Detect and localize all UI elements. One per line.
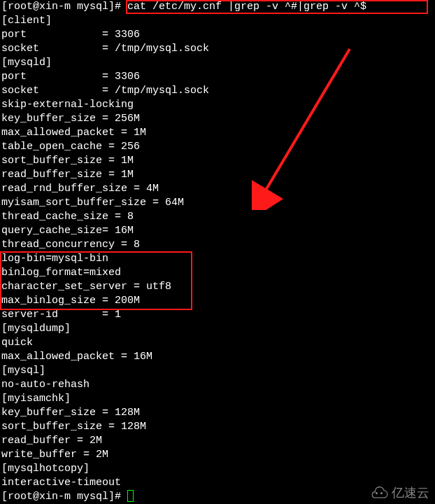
output-line: [mysqldump]: [1, 322, 434, 336]
watermark-text: 亿速云: [392, 486, 429, 500]
terminal-output: [root@xin-m mysql]# cat /etc/my.cnf |gre…: [1, 0, 434, 504]
output-line: sort_buffer_size = 128M: [1, 420, 434, 434]
svg-point-2: [376, 492, 378, 494]
output-line: myisam_sort_buffer_size = 64M: [1, 196, 434, 210]
output-line: thread_cache_size = 8: [1, 210, 434, 224]
output-line: key_buffer_size = 256M: [1, 112, 434, 126]
output-line: port = 3306: [1, 28, 434, 42]
prompt-line: [root@xin-m mysql]# cat /etc/my.cnf |gre…: [1, 0, 434, 14]
output-line: max_allowed_packet = 16M: [1, 350, 434, 364]
output-line: write_buffer = 2M: [1, 448, 434, 462]
output-line: [myisamchk]: [1, 392, 434, 406]
cursor[interactable]: [127, 490, 134, 502]
output-line: server-id = 1: [1, 308, 434, 322]
output-line: log-bin=mysql-bin: [1, 252, 434, 266]
output-line: [mysql]: [1, 364, 434, 378]
output-line: [client]: [1, 14, 434, 28]
cloud-icon: [369, 486, 389, 500]
output-line: quick: [1, 336, 434, 350]
output-line: read_buffer_size = 1M: [1, 168, 434, 182]
output-line: read_rnd_buffer_size = 4M: [1, 182, 434, 196]
svg-point-3: [380, 492, 383, 494]
output-line: [mysqlhotcopy]: [1, 462, 434, 476]
output-line: thread_concurrency = 8: [1, 238, 434, 252]
output-line: table_open_cache = 256: [1, 140, 434, 154]
watermark: 亿速云: [369, 486, 429, 500]
command: cat /etc/my.cnf |grep -v ^#|grep -v ^$: [127, 1, 366, 13]
prompt: [root@xin-m mysql]#: [1, 491, 127, 503]
prompt: [root@xin-m mysql]#: [1, 1, 127, 13]
output-line: key_buffer_size = 128M: [1, 406, 434, 420]
output-line: socket = /tmp/mysql.sock: [1, 84, 434, 98]
output-line: read_buffer = 2M: [1, 434, 434, 448]
output-line: port = 3306: [1, 70, 434, 84]
output-line: skip-external-locking: [1, 98, 434, 112]
output-line: max_binlog_size = 200M: [1, 294, 434, 308]
output-line: socket = /tmp/mysql.sock: [1, 42, 434, 56]
output-line: max_allowed_packet = 1M: [1, 126, 434, 140]
output-line: sort_buffer_size = 1M: [1, 154, 434, 168]
output-line: [mysqld]: [1, 56, 434, 70]
output-line: character_set_server = utf8: [1, 280, 434, 294]
output-line: query_cache_size= 16M: [1, 224, 434, 238]
output-line: binlog_format=mixed: [1, 266, 434, 280]
output-line: no-auto-rehash: [1, 378, 434, 392]
